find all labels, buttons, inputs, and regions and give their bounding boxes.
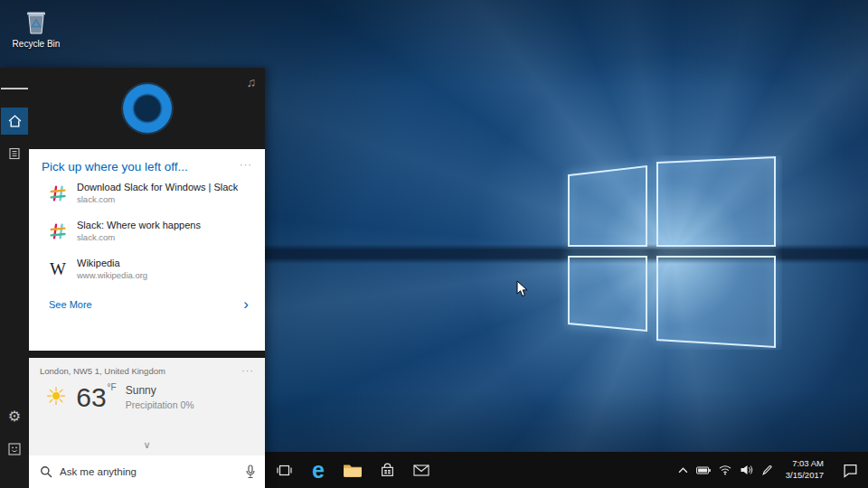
chevron-down-icon: ∨ [143,439,150,450]
mail-button[interactable] [404,452,439,488]
gear-icon: ⚙ [8,409,21,424]
search-icon [40,465,52,478]
wikipedia-icon: W [49,259,67,279]
mail-icon [413,465,429,476]
weather-precipitation: Precipitation 0% [126,399,194,410]
clock-date: 3/15/2017 [786,470,824,482]
microphone-icon[interactable] [245,465,256,479]
recycle-bin-icon [21,7,52,38]
search-input[interactable] [60,466,238,477]
cortana-panel: ⚙ ♫ Pick [0,68,265,488]
cortana-main: ♫ Pick up where you left off... ··· [29,68,265,488]
taskbar-spacer [439,452,678,488]
home-button[interactable] [1,108,28,135]
slack-icon [49,222,67,240]
list-item-title: Download Slack for Windows | Slack [77,182,238,192]
windows-ink-button[interactable] [761,452,773,488]
edge-icon: e [312,459,325,482]
sunny-weather-icon: ☀ [45,385,67,409]
notebook-button[interactable] [1,140,28,167]
pickup-card: Pick up where you left off... ··· Downlo… [29,149,265,351]
home-icon [8,115,22,127]
cortana-header: ♫ [29,68,265,149]
feedback-smiley-icon [8,443,21,455]
clock-time: 7:03 AM [786,458,824,470]
weather-temperature: 63°F [76,383,116,411]
cortana-rail: ⚙ [0,68,29,488]
list-item-slack-download[interactable]: Download Slack for Windows | Slack slack… [42,174,252,211]
battery-tray-button[interactable] [696,452,711,488]
chevron-up-icon [678,467,688,474]
action-center-icon [843,463,858,478]
music-note-icon: ♫ [247,75,257,89]
file-explorer-button[interactable] [335,452,370,488]
hamburger-menu-button[interactable] [1,75,28,102]
file-explorer-icon [343,462,363,478]
action-center-button[interactable] [836,452,863,488]
cortana-logo [123,84,172,133]
recycle-bin-shortcut[interactable]: Recycle Bin [7,7,65,49]
more-options-icon[interactable]: ··· [241,366,254,376]
feedback-button[interactable] [1,436,28,463]
mouse-cursor [516,280,529,298]
network-tray-button[interactable] [719,452,731,488]
battery-icon [696,465,711,475]
weather-summary: ☀ 63°F Sunny Precipitation 0% [40,383,254,411]
recycle-bin-label: Recycle Bin [7,39,65,49]
temperature-unit: °F [108,382,117,392]
task-view-icon [276,464,293,477]
weather-card[interactable]: London, NW5 1, United Kingdom ··· ☀ 63°F… [29,358,265,455]
system-tray: 7:03 AM 3/15/2017 [678,452,868,488]
see-more-link[interactable]: See More › [42,296,252,312]
chevron-right-icon: › [243,296,249,312]
weather-expand-button[interactable]: ∨ [40,438,254,452]
list-item-wikipedia[interactable]: W Wikipedia www.wikipedia.org [42,249,252,287]
more-options-icon[interactable]: ··· [240,160,252,170]
show-hidden-icons-button[interactable] [678,452,688,488]
wifi-icon [719,465,731,475]
list-item-slack-home[interactable]: Slack: Where work happens slack.com [42,211,252,249]
see-more-label: See More [49,299,92,310]
pen-icon [761,465,773,476]
list-item-subtitle: slack.com [77,232,201,242]
pickup-card-title: Pick up where you left off... [42,160,188,174]
settings-button[interactable]: ⚙ [1,403,28,430]
notebook-icon [8,147,21,160]
store-icon [380,463,395,478]
volume-icon [740,465,753,475]
list-item-subtitle: slack.com [77,194,238,204]
store-button[interactable] [370,452,404,488]
edge-browser-button[interactable]: e [301,452,335,488]
slack-icon [49,184,67,202]
music-search-button[interactable]: ♫ [247,75,257,89]
weather-location: London, NW5 1, United Kingdom [40,366,165,376]
task-view-button[interactable] [267,452,301,488]
list-item-subtitle: www.wikipedia.org [77,270,147,280]
taskbar-clock[interactable]: 7:03 AM 3/15/2017 [781,458,828,482]
list-item-title: Slack: Where work happens [77,220,201,230]
weather-condition: Sunny [126,384,194,397]
list-item-title: Wikipedia [77,258,147,268]
volume-tray-button[interactable] [740,452,753,488]
cortana-search-bar [29,455,265,488]
desktop-screen: Recycle Bin ⚙ [0,0,868,488]
